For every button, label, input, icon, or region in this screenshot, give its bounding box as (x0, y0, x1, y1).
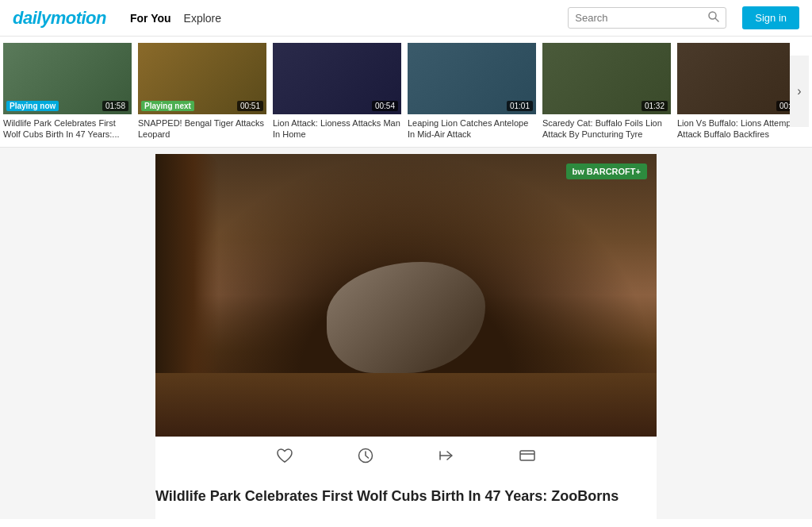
thumb-status-1: Playing next (141, 101, 194, 111)
carousel-item-0[interactable]: Playing now01:58Wildlife Park Celebrates… (0, 43, 135, 140)
signin-button[interactable]: Sign in (742, 6, 799, 29)
carousel-item-1[interactable]: Playing next00:51SNAPPED! Bengal Tiger A… (135, 43, 270, 140)
thumb-title-4: Scaredy Cat: Buffalo Foils Lion Attack B… (542, 117, 671, 140)
barcroft-label: bw BARCROFT+ (573, 167, 641, 176)
heart-icon (276, 447, 293, 464)
carousel-item-3[interactable]: 01:01Leaping Lion Catches Antelope In Mi… (404, 43, 539, 140)
thumb-duration-4: 01:32 (642, 101, 668, 111)
video-info: Wildlife Park Celebrates First Wolf Cubs… (155, 474, 657, 519)
share-icon (438, 447, 455, 464)
nav-for-you[interactable]: For You (130, 12, 171, 25)
search-bar (568, 7, 726, 29)
thumb-duration-5: 00:50 (776, 101, 790, 111)
video-section: bw BARCROFT+ (0, 148, 812, 519)
thumb-title-5: Lion Vs Buffalo: Lions Attempt To Attack… (677, 117, 790, 140)
logo[interactable]: dailymotion (13, 8, 106, 29)
carousel-next-button[interactable]: › (790, 56, 809, 127)
carousel-item-4[interactable]: 01:32Scaredy Cat: Buffalo Foils Lion Att… (539, 43, 674, 140)
search-icon (708, 11, 719, 22)
carousel-inner: Playing now01:58Wildlife Park Celebrates… (0, 43, 790, 140)
nav-explore[interactable]: Explore (184, 12, 221, 25)
barcroft-badge: bw BARCROFT+ (566, 163, 647, 179)
share-button[interactable] (438, 447, 455, 464)
thumb-duration-3: 01:01 (507, 101, 533, 111)
thumb-title-2: Lion Attack: Lioness Attacks Man In Home (273, 117, 401, 140)
header-left: dailymotion For You Explore (13, 8, 221, 29)
thumb-duration-1: 00:51 (237, 101, 263, 111)
nav-links: For You Explore (130, 12, 221, 25)
video-controls (155, 437, 657, 474)
thumb-title-0: Wildlife Park Celebrates First Wolf Cubs… (3, 117, 132, 140)
header: dailymotion For You Explore Sign in (0, 0, 812, 37)
carousel-item-2[interactable]: 00:54Lion Attack: Lioness Attacks Man In… (270, 43, 404, 140)
video-player[interactable]: bw BARCROFT+ (155, 154, 657, 437)
like-button[interactable] (276, 447, 293, 464)
wolf-body-decoration (327, 262, 485, 373)
watch-later-button[interactable] (357, 447, 374, 464)
video-title: Wildlife Park Celebrates First Wolf Cubs… (155, 487, 657, 506)
svg-line-1 (715, 18, 718, 21)
more-options-button[interactable] (519, 447, 536, 464)
thumb-status-0: Playing now (6, 101, 59, 111)
clock-icon (357, 447, 374, 464)
search-icon-button[interactable] (708, 11, 719, 25)
thumb-title-3: Leaping Lion Catches Antelope In Mid-Air… (408, 117, 536, 140)
wolf-scene: bw BARCROFT+ (155, 154, 657, 437)
carousel-item-5[interactable]: 00:50Lion Vs Buffalo: Lions Attempt To A… (674, 43, 790, 140)
carousel: Playing now01:58Wildlife Park Celebrates… (0, 37, 812, 148)
svg-rect-5 (520, 451, 534, 460)
thumb-duration-2: 00:54 (372, 101, 398, 111)
thumb-duration-0: 01:58 (102, 101, 128, 111)
ground-decoration (155, 373, 657, 437)
search-input[interactable] (575, 12, 708, 24)
thumb-title-1: SNAPPED! Bengal Tiger Attacks Leopard (138, 117, 266, 140)
embed-icon (519, 447, 536, 464)
